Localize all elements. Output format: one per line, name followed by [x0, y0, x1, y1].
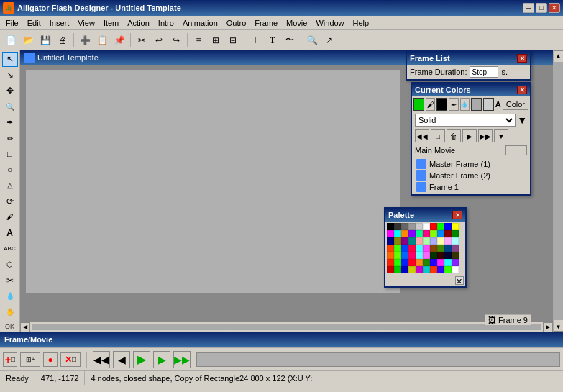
palette-color-cell[interactable] — [430, 245, 437, 252]
tool-rect[interactable]: □ — [2, 147, 18, 162]
palette-color-cell[interactable] — [430, 223, 437, 230]
tool-text[interactable]: A — [2, 225, 18, 240]
palette-color-cell[interactable] — [452, 252, 459, 259]
palette-color-cell[interactable] — [452, 259, 459, 266]
open-button[interactable]: 📂 — [20, 32, 36, 48]
tool-cut[interactable]: ✂ — [2, 273, 18, 288]
tool-subselect[interactable]: ↘ — [2, 68, 18, 83]
palette-color-cell[interactable] — [401, 237, 408, 245]
palette-color-cell[interactable] — [416, 237, 423, 245]
fill-color-btn[interactable]: 🖌 — [426, 98, 435, 111]
main-movie-btn[interactable] — [505, 145, 527, 155]
palette-color-cell[interactable] — [437, 259, 444, 266]
extra-color-swatch2[interactable] — [483, 98, 494, 111]
menu-insert[interactable]: Insert — [45, 17, 74, 29]
text-button[interactable]: T — [247, 32, 263, 48]
group-button[interactable]: ⊞ — [208, 32, 224, 48]
palette-color-cell[interactable] — [394, 252, 401, 259]
fill-type-select[interactable]: Solid Linear Radial — [415, 114, 516, 127]
frame-list-item-3[interactable]: Frame 1 — [415, 181, 527, 193]
undo-button[interactable]: ↩ — [151, 32, 167, 48]
palette-color-cell[interactable] — [416, 245, 423, 252]
palette-color-cell[interactable] — [452, 245, 459, 252]
palette-color-cell[interactable] — [437, 237, 444, 245]
next-btn[interactable]: ▶ — [153, 351, 170, 368]
redo-button[interactable]: ↪ — [168, 32, 184, 48]
palette-color-cell[interactable] — [387, 237, 394, 245]
tool-ellipse[interactable]: ○ — [2, 163, 18, 178]
rewind-btn[interactable]: ◀◀ — [93, 351, 110, 368]
ft-btn-4[interactable]: ▶ — [462, 129, 477, 142]
frame-list-item-1[interactable]: Master Frame (1) — [415, 158, 527, 170]
tool-rotate[interactable]: ⟳ — [2, 193, 18, 209]
tool-pen[interactable]: ✒ — [2, 115, 18, 130]
palette-color-cell[interactable] — [437, 230, 444, 237]
scroll-down-btn[interactable]: ▼ — [554, 322, 564, 332]
ft-btn-5[interactable]: ▶▶ — [478, 129, 493, 142]
menu-frame[interactable]: Frame — [250, 17, 282, 29]
palette-color-cell[interactable] — [444, 223, 452, 230]
palette-color-cell[interactable] — [430, 266, 437, 273]
palette-color-cell[interactable] — [401, 259, 408, 266]
palette-color-cell[interactable] — [452, 223, 459, 230]
h-scroll-track[interactable] — [32, 324, 541, 330]
palette-color-cell[interactable] — [423, 259, 430, 266]
dropdown-arrow[interactable]: ▼ — [517, 114, 527, 126]
palette-color-cell[interactable] — [437, 252, 444, 259]
canvas-drawing-area[interactable] — [26, 70, 400, 293]
tool-zoom[interactable]: 🔍 — [2, 99, 18, 114]
eyedrop-btn[interactable]: 💧 — [460, 98, 470, 111]
palette-color-cell[interactable] — [408, 230, 416, 237]
h-scrollbar[interactable]: ◀ ▶ — [20, 322, 553, 332]
menu-help[interactable]: Help — [349, 17, 374, 29]
palette-color-cell[interactable] — [394, 259, 401, 266]
print-button[interactable]: 🖨 — [55, 32, 70, 48]
palette-color-cell[interactable] — [416, 252, 423, 259]
palette-color-cell[interactable] — [387, 266, 394, 273]
prev-btn[interactable]: ◀ — [113, 351, 130, 368]
palette-color-cell[interactable] — [416, 259, 423, 266]
menu-intro[interactable]: Intro — [154, 17, 178, 29]
ft-btn-2[interactable]: □ — [431, 129, 445, 142]
curve-button[interactable]: 〜 — [282, 32, 298, 48]
menu-action[interactable]: Action — [123, 17, 154, 29]
menu-window[interactable]: Window — [311, 17, 348, 29]
palette-color-cell[interactable] — [452, 266, 459, 273]
palette-color-cell[interactable] — [423, 266, 430, 273]
palette-color-cell[interactable] — [401, 223, 408, 230]
paste-button[interactable]: 📌 — [111, 32, 127, 48]
ft-btn-3[interactable]: 🗑 — [447, 129, 461, 142]
tool-select[interactable]: ↖ — [2, 52, 18, 67]
minimize-button[interactable]: ─ — [523, 3, 534, 13]
menu-item[interactable]: Item — [99, 17, 123, 29]
palette-color-cell[interactable] — [444, 259, 452, 266]
frame-list-close[interactable]: ✕ — [517, 54, 527, 63]
palette-color-cell[interactable] — [387, 259, 394, 266]
palette-color-cell[interactable] — [387, 223, 394, 230]
palette-color-cell[interactable] — [387, 245, 394, 252]
palette-color-cell[interactable] — [452, 230, 459, 237]
palette-close[interactable]: ✕ — [452, 211, 462, 219]
palette-color-cell[interactable] — [401, 266, 408, 273]
palette-color-cell[interactable] — [437, 223, 444, 230]
stop-btn[interactable]: ● — [43, 352, 58, 367]
save-button[interactable]: 💾 — [37, 32, 53, 48]
close-button[interactable]: ✕ — [549, 3, 560, 13]
palette-color-cell[interactable] — [444, 230, 452, 237]
colors-close[interactable]: ✕ — [517, 86, 527, 94]
palette-color-cell[interactable] — [423, 237, 430, 245]
fill-color-swatch[interactable] — [413, 98, 424, 111]
palette-color-cell[interactable] — [394, 223, 401, 230]
add-frame-btn[interactable]: + □ — [3, 352, 17, 367]
palette-color-cell[interactable] — [408, 259, 416, 266]
stroke-color-swatch[interactable] — [436, 98, 447, 111]
pointer-button[interactable]: ↗ — [321, 32, 337, 48]
palette-color-cell[interactable] — [430, 259, 437, 266]
menu-file[interactable]: File — [1, 17, 23, 29]
tool-move[interactable]: ✥ — [2, 83, 18, 99]
menu-outro[interactable]: Outro — [222, 17, 251, 29]
scroll-up-btn[interactable]: ▲ — [554, 50, 564, 60]
palette-color-cell[interactable] — [437, 266, 444, 273]
menu-edit[interactable]: Edit — [23, 17, 45, 29]
new-button[interactable]: 📄 — [3, 32, 19, 48]
